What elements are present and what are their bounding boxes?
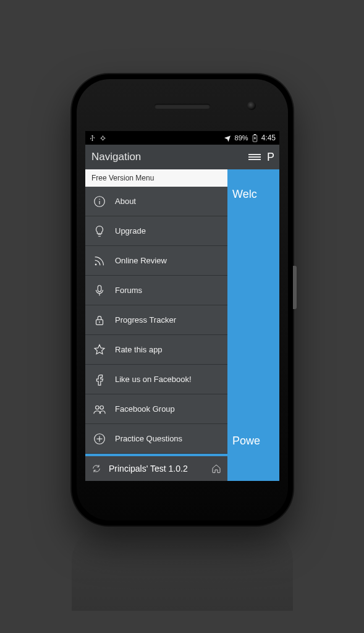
drawer-item-rate-app[interactable]: Rate this app (85, 335, 227, 365)
svg-rect-3 (254, 134, 256, 135)
app-bar: Navigation P (85, 145, 279, 169)
drawer-item-about[interactable]: About (85, 187, 227, 216)
drawer-item-facebook-group[interactable]: Facebook Group (85, 394, 227, 424)
drawer-item-label: About (115, 197, 136, 206)
svg-point-1 (101, 137, 104, 140)
battery-percent: 89% (235, 134, 248, 142)
drawer-footer-title: Principals' Test 1.0.2 (109, 464, 204, 474)
airplane-mode-icon (224, 134, 231, 142)
drawer-item-label: Rate this app (115, 345, 163, 354)
lock-icon (93, 313, 106, 327)
rss-icon (93, 254, 106, 268)
drawer-item-like-facebook[interactable]: Like us on Facebook! (85, 365, 227, 394)
svg-point-12 (100, 406, 104, 409)
appbar-trailing-letter: P (267, 151, 274, 164)
drawer-footer: Principals' Test 1.0.2 (85, 454, 227, 481)
earpiece (154, 104, 210, 109)
drawer-item-forums[interactable]: Forums (85, 276, 227, 305)
plus-circle-icon (93, 432, 106, 446)
svg-point-6 (99, 198, 99, 199)
svg-rect-8 (98, 285, 101, 291)
battery-charging-icon (252, 134, 258, 142)
svg-point-0 (92, 140, 93, 141)
appbar-title: Navigation (85, 151, 147, 163)
navigation-drawer: Free Version Menu About Upgrade (85, 169, 227, 481)
drawer-item-label: Online Review (115, 256, 167, 265)
drawer-item-label: Like us on Facebook! (115, 375, 192, 384)
debug-icon (99, 135, 106, 142)
drawer-section-header: Free Version Menu (85, 169, 227, 187)
phone-frame: 89% 4:45 Navigation P Free Version Menu (72, 74, 293, 525)
drawer-item-label: Upgrade (115, 226, 146, 236)
clock-time: 4:45 (261, 134, 276, 142)
phone-reflection (72, 524, 293, 611)
drawer-item-label: Progress Tracker (115, 315, 176, 325)
powered-text-fragment: Powe (232, 435, 276, 448)
drawer-item-label: Forums (115, 286, 142, 295)
usb-icon (89, 135, 96, 142)
screen: 89% 4:45 Navigation P Free Version Menu (85, 131, 279, 481)
drawer-item-practice-questions[interactable]: Practice Questions (85, 424, 227, 454)
welcome-text-fragment: Welc (232, 188, 276, 201)
power-button[interactable] (293, 266, 297, 309)
group-icon (93, 402, 106, 416)
drawer-item-label: Practice Questions (115, 434, 182, 443)
svg-point-11 (96, 406, 99, 409)
drawer-menu: About Upgrade Online Review (85, 187, 227, 454)
facebook-icon (93, 373, 106, 386)
svg-point-7 (95, 263, 97, 265)
refresh-icon[interactable] (91, 464, 101, 474)
status-bar: 89% 4:45 (85, 131, 279, 145)
mic-icon (93, 284, 106, 297)
drawer-item-upgrade[interactable]: Upgrade (85, 216, 227, 246)
main-content-panel[interactable]: Welc Powe (227, 169, 279, 481)
drawer-item-label: Facebook Group (115, 404, 175, 414)
bulb-icon (93, 224, 106, 238)
drawer-item-progress-tracker[interactable]: Progress Tracker (85, 305, 227, 335)
info-icon (93, 195, 106, 208)
front-camera (247, 101, 256, 110)
star-icon (93, 343, 106, 357)
hamburger-menu-icon[interactable] (248, 153, 261, 161)
home-icon[interactable] (211, 464, 221, 474)
drawer-item-online-review[interactable]: Online Review (85, 246, 227, 276)
